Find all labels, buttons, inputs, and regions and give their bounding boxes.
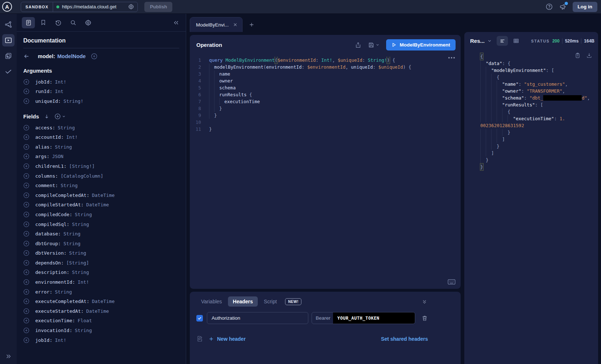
field-name[interactable]: childrenL1: <box>35 163 67 169</box>
doc-field-row[interactable]: executionTime:Float <box>23 316 179 326</box>
doc-field-row[interactable]: runId:Int <box>23 87 179 97</box>
auth-token-value[interactable]: YOUR_AUTH_TOKEN <box>333 312 415 324</box>
field-name[interactable]: description: <box>35 270 69 275</box>
field-name[interactable]: accountId: <box>35 134 64 140</box>
field-name[interactable]: runId: <box>35 89 52 94</box>
add-to-query-icon[interactable] <box>23 250 29 256</box>
field-name[interactable]: executeCompletedAt: <box>35 299 89 304</box>
field-type[interactable]: String <box>58 125 75 130</box>
field-type[interactable]: String <box>61 183 78 188</box>
field-name[interactable]: database: <box>35 231 61 236</box>
add-to-query-icon[interactable] <box>23 88 29 94</box>
new-tab-icon[interactable] <box>245 19 258 31</box>
nav-checks-icon[interactable] <box>2 65 15 78</box>
field-name[interactable]: uniqueId: <box>35 98 61 104</box>
doc-field-row[interactable]: args:JSON <box>23 152 179 162</box>
doc-field-row[interactable]: columns:[CatalogColumn] <box>23 171 179 181</box>
add-to-query-icon[interactable] <box>23 327 29 333</box>
collapse-request-panel-icon[interactable] <box>422 299 427 304</box>
endpoint-url-field[interactable]: https://metadata.cloud.get <box>53 2 137 12</box>
doc-field-row[interactable]: jobId:Int! <box>23 77 179 87</box>
add-to-query-icon[interactable] <box>23 221 29 227</box>
saved-operations-icon[interactable] <box>37 17 50 28</box>
field-name[interactable]: executionTime: <box>35 318 75 323</box>
run-operation-button[interactable]: ModelByEnvironment <box>386 39 456 50</box>
add-to-query-icon[interactable] <box>23 202 29 208</box>
doc-field-row[interactable]: executeStartedAt:DateTime <box>23 306 179 316</box>
endpoint-url[interactable]: https://metadata.cloud.get <box>62 4 125 9</box>
field-type[interactable]: [String] <box>66 260 89 266</box>
field-type[interactable]: [String!] <box>69 163 95 169</box>
doc-field-row[interactable]: access:String <box>23 123 179 133</box>
field-name[interactable]: columns: <box>35 173 58 179</box>
doc-field-row[interactable]: error:String <box>23 287 179 297</box>
field-type[interactable]: Int! <box>66 134 77 140</box>
field-name[interactable]: invocationId: <box>35 328 72 333</box>
tab-variables[interactable]: Variables <box>196 296 227 307</box>
field-name[interactable]: compiledCode: <box>35 212 72 217</box>
add-to-query-icon[interactable] <box>91 53 97 60</box>
field-type[interactable]: Float <box>78 318 92 323</box>
doc-field-row[interactable]: invocationId:String <box>23 325 179 335</box>
doc-field-row[interactable]: executeCompletedAt:DateTime <box>23 296 179 306</box>
add-to-query-icon[interactable] <box>23 308 29 314</box>
field-type[interactable]: String <box>75 328 92 333</box>
announcements-icon[interactable] <box>559 3 567 11</box>
graphql-editor[interactable]: 1234567891011 query ModelByEnvironment($… <box>190 54 461 289</box>
field-type[interactable]: String <box>69 250 86 256</box>
field-type[interactable]: String! <box>63 98 83 104</box>
explorer-settings-icon[interactable] <box>81 17 95 28</box>
breadcrumb-field[interactable]: model: <box>38 53 55 59</box>
field-name[interactable]: compileCompletedAt: <box>35 193 89 198</box>
field-name[interactable]: environmentId: <box>35 279 75 285</box>
field-name[interactable]: alias: <box>35 144 52 150</box>
field-name[interactable]: dbtGroup: <box>35 241 61 246</box>
add-to-query-icon[interactable] <box>23 337 29 343</box>
header-value-input[interactable]: Bearer YOUR_AUTH_TOKEN <box>312 312 415 324</box>
tab-headers[interactable]: Headers <box>228 296 257 307</box>
field-name[interactable]: dependsOn: <box>35 260 64 266</box>
editor-more-menu-icon[interactable] <box>448 57 455 58</box>
nav-schema-icon[interactable] <box>2 19 15 31</box>
field-name[interactable]: error: <box>35 289 52 295</box>
doc-field-row[interactable]: uniqueId:String! <box>23 96 179 106</box>
add-to-query-icon[interactable] <box>23 153 29 159</box>
doc-field-row[interactable]: compileStartedAt:DateTime <box>23 200 179 210</box>
header-key-input[interactable] <box>207 312 308 324</box>
login-button[interactable]: Log in <box>573 2 598 12</box>
add-to-query-icon[interactable] <box>23 279 29 285</box>
doc-field-row[interactable]: dbtGroup:String <box>23 239 179 248</box>
doc-field-row[interactable]: jobId:Int! <box>23 335 179 345</box>
field-type[interactable]: String <box>63 241 80 246</box>
field-name[interactable]: jobId: <box>35 79 52 85</box>
doc-field-row[interactable]: alias:String <box>23 142 179 152</box>
field-type[interactable]: Int! <box>78 279 89 285</box>
field-type[interactable]: String <box>55 144 72 150</box>
doc-field-row[interactable]: comment:String <box>23 181 179 190</box>
add-to-query-icon[interactable] <box>23 125 29 131</box>
doc-field-row[interactable]: childrenL1:[String!] <box>23 161 179 171</box>
new-header-button[interactable]: New header <box>209 336 246 342</box>
add-to-query-icon[interactable] <box>23 211 29 218</box>
add-to-query-icon[interactable] <box>23 298 29 304</box>
doc-field-row[interactable]: environmentId:Int! <box>23 277 179 287</box>
doc-field-row[interactable]: accountId:Int! <box>23 132 179 142</box>
apollo-logo[interactable]: A <box>2 2 12 12</box>
doc-field-row[interactable]: database:String <box>23 229 179 239</box>
field-name[interactable]: executeStartedAt: <box>35 308 84 314</box>
raw-view-icon[interactable] <box>497 36 508 46</box>
add-to-query-icon[interactable] <box>23 182 29 189</box>
bulk-edit-headers-icon[interactable] <box>196 335 203 342</box>
save-operation-icon[interactable] <box>368 42 380 48</box>
add-to-query-icon[interactable] <box>23 192 29 198</box>
add-to-query-icon[interactable] <box>23 144 29 150</box>
field-name[interactable]: compiledSql: <box>35 222 69 227</box>
field-type[interactable]: [CatalogColumn] <box>61 173 103 179</box>
download-response-icon[interactable] <box>586 52 592 58</box>
history-icon[interactable] <box>52 17 65 28</box>
documentation-tab-icon[interactable] <box>22 17 35 28</box>
breadcrumb-type[interactable]: ModelNode <box>57 53 86 59</box>
field-type[interactable]: Int! <box>55 79 66 85</box>
field-type[interactable]: String <box>72 270 89 275</box>
nav-changelog-icon[interactable] <box>2 50 15 62</box>
